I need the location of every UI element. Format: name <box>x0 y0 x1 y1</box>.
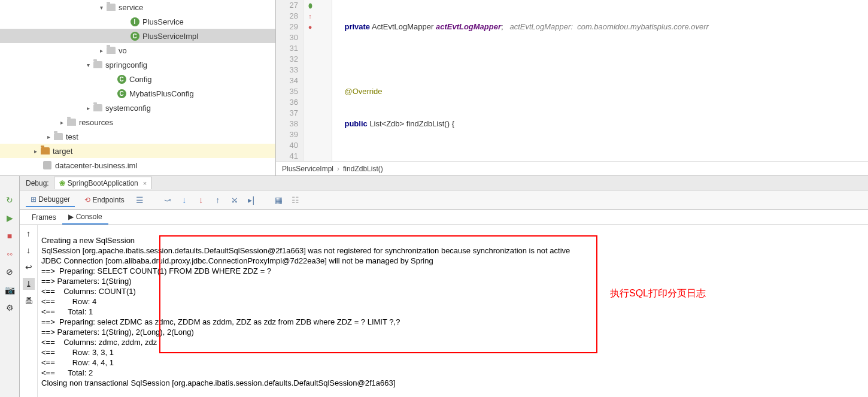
tree-label: test <box>66 132 78 141</box>
folder-icon <box>67 119 76 126</box>
threads-icon[interactable]: ☰ <box>134 194 146 206</box>
run-to-cursor-icon[interactable]: ▸| <box>245 194 257 206</box>
tree-label: target <box>53 147 72 156</box>
gutter-markers: ⬮ ↑ ● <box>304 0 317 161</box>
breakpoint-icon[interactable]: ● <box>304 22 317 32</box>
print-icon[interactable]: 🖶 <box>23 295 35 307</box>
stop-button[interactable]: ■ <box>4 230 16 242</box>
chevron-down-icon: ▾ <box>97 4 105 11</box>
tree-node-plus-service[interactable]: I PlusService <box>0 14 275 29</box>
tree-node-iml[interactable]: datacenter-business.iml <box>0 158 275 172</box>
tree-node-mybatis-plus-config[interactable]: C MybatisPlusConfig <box>0 86 275 101</box>
soft-wrap-icon[interactable]: ↩ <box>23 261 35 273</box>
folder-icon <box>107 47 116 54</box>
tree-label: datacenter-business.iml <box>55 161 137 170</box>
rerun-button[interactable]: ↻ <box>4 194 16 206</box>
console-output[interactable]: Creating a new SqlSession SqlSession [or… <box>38 225 868 397</box>
console-tab[interactable]: ▶Console <box>62 210 108 225</box>
line-number-gutter: 27282930 31323334 35363738 39404142 43 <box>276 0 304 161</box>
tree-label: service <box>119 3 143 12</box>
project-tree[interactable]: ▾ service I PlusService C PlusServiceImp… <box>0 0 276 175</box>
tree-label: springconfig <box>105 60 147 69</box>
settings-button[interactable]: ⚙ <box>4 302 16 314</box>
scroll-down-icon[interactable]: ↓ <box>23 244 35 256</box>
chevron-right-icon: ▸ <box>57 119 66 126</box>
folder-icon <box>107 4 116 11</box>
chevron-down-icon: ▾ <box>84 62 92 68</box>
tree-label: Config <box>129 75 152 84</box>
chevron-right-icon: ▸ <box>84 105 92 111</box>
folder-icon <box>93 61 102 68</box>
tree-label: PlusService <box>142 17 184 26</box>
force-step-into-icon[interactable]: ↓ <box>195 194 207 206</box>
trace-icon[interactable]: ☷ <box>290 194 302 206</box>
annotation-sql-log: 执行SQL打印分页日志 <box>610 289 706 298</box>
endpoints-tab[interactable]: ⟲ Endpoints <box>80 193 129 207</box>
target-folder-icon <box>41 147 50 154</box>
chevron-right-icon: ▸ <box>31 148 40 154</box>
tree-node-service[interactable]: ▾ service <box>0 0 275 14</box>
interface-icon: I <box>130 17 139 26</box>
folder-icon <box>54 133 63 140</box>
resume-button[interactable]: ▶ <box>4 212 16 224</box>
breadcrumb-method[interactable]: findZdbList() <box>343 165 383 173</box>
debug-tool-window-header: Debug: ❀ SpringBootApplication × <box>20 176 868 190</box>
snapshot-button[interactable] <box>4 284 16 296</box>
step-over-icon[interactable]: ⤻ <box>162 194 174 206</box>
tree-node-config[interactable]: C Config <box>0 72 275 86</box>
close-icon[interactable]: × <box>143 180 147 187</box>
run-config-tab[interactable]: ❀ SpringBootApplication × <box>54 177 153 189</box>
folder-icon <box>93 104 102 111</box>
frames-tab[interactable]: Frames <box>26 211 62 224</box>
debugger-tab[interactable]: ⊞ Debugger <box>26 193 75 207</box>
code-editor[interactable]: 27282930 31323334 35363738 39404142 43 ⬮… <box>276 0 868 175</box>
tree-node-plus-service-impl[interactable]: C PlusServiceImpl <box>0 29 275 43</box>
tree-node-springconfig[interactable]: ▾ springconfig <box>0 57 275 72</box>
breadcrumb-separator: › <box>337 165 339 173</box>
breadcrumb[interactable]: PlusServiceImpl › findZdbList() <box>276 161 868 175</box>
drop-frame-icon[interactable]: ⤩ <box>229 194 241 206</box>
step-into-icon[interactable]: ↓ <box>178 194 190 206</box>
tree-node-resources[interactable]: ▸ resources <box>0 115 275 129</box>
bean-icon: ⬮ <box>304 0 317 11</box>
tree-node-systemconfig[interactable]: ▸ systemconfig <box>0 101 275 115</box>
breadcrumb-class[interactable]: PlusServiceImpl <box>282 165 333 173</box>
debug-left-toolbar: ↻ ▶ ■ ◦◦ ⊘ ⚙ <box>0 176 20 397</box>
tree-label: systemconfig <box>105 104 151 113</box>
tree-label: resources <box>79 118 113 127</box>
spring-icon: ❀ <box>59 179 65 187</box>
console-gutter: ↑ ↓ ↩ ⤓ 🖶 <box>20 225 38 397</box>
iml-file-icon <box>43 161 51 169</box>
tree-node-test[interactable]: ▸ test <box>0 129 275 144</box>
debug-toolbar: ⊞ Debugger ⟲ Endpoints ☰ ⤻ ↓ ↓ ↑ ⤩ ▸| ▦ … <box>20 190 868 210</box>
code-content[interactable]: private ActEvtLogMapper actEvtLogMapper;… <box>332 0 868 161</box>
tree-label: vo <box>119 46 127 55</box>
tree-node-vo[interactable]: ▸ vo <box>0 43 275 57</box>
tree-label: PlusServiceImpl <box>142 32 198 41</box>
class-icon: C <box>130 32 139 41</box>
chevron-right-icon: ▸ <box>97 47 105 54</box>
class-icon: C <box>117 89 126 98</box>
debug-label: Debug: <box>26 179 49 187</box>
evaluate-icon[interactable]: ▦ <box>273 194 285 206</box>
step-out-icon[interactable]: ↑ <box>212 194 224 206</box>
mute-breakpoints-button[interactable]: ⊘ <box>4 266 16 278</box>
scroll-to-end-icon[interactable]: ⤓ <box>23 278 35 290</box>
debug-sub-tabs: Frames ▶Console <box>20 210 868 225</box>
override-icon: ↑ <box>304 11 317 22</box>
chevron-right-icon: ▸ <box>44 134 53 140</box>
tree-label: MybatisPlusConfig <box>129 89 194 98</box>
view-breakpoints-button[interactable]: ◦◦ <box>4 248 16 260</box>
scroll-up-icon[interactable]: ↑ <box>23 228 35 240</box>
class-icon: C <box>117 75 126 84</box>
tree-node-target[interactable]: ▸ target <box>0 144 275 158</box>
